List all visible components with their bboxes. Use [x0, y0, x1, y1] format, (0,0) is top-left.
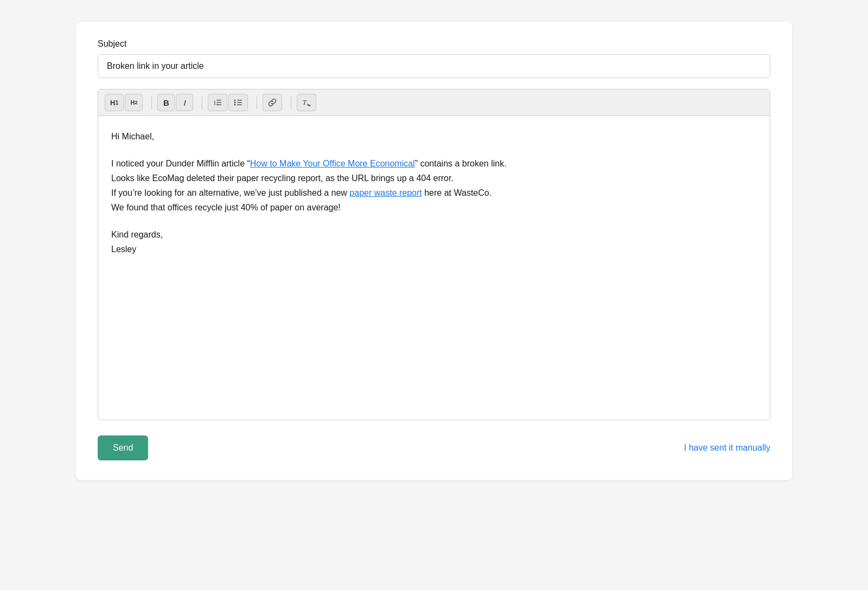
- svg-rect-8: [237, 102, 242, 103]
- subject-input[interactable]: [98, 54, 770, 78]
- italic-button[interactable]: I: [176, 94, 193, 111]
- paper-waste-report-link[interactable]: paper waste report: [349, 188, 422, 197]
- ordered-list-icon: 1.: [213, 98, 222, 107]
- svg-point-4: [234, 100, 236, 101]
- svg-rect-9: [237, 105, 242, 106]
- article-link[interactable]: How to Make Your Office More Economical: [250, 159, 415, 168]
- separator-1: [151, 96, 152, 109]
- editor-container: H1 H2 B I 1.: [98, 89, 770, 420]
- line3-before: If you’re looking for an alternative, we…: [111, 188, 349, 197]
- svg-point-6: [234, 104, 236, 106]
- format-group: B I: [157, 94, 193, 111]
- manual-send-link[interactable]: I have sent it manually: [684, 443, 770, 453]
- svg-rect-2: [216, 102, 221, 103]
- body-line4: We found that offices recycle just 40% o…: [111, 200, 757, 215]
- email-composer: Subject H1 H2 B I 1.: [76, 22, 792, 480]
- svg-point-5: [234, 102, 236, 104]
- link-group: [263, 94, 282, 111]
- editor-body[interactable]: Hi Michael, I noticed your Dunder Miffli…: [98, 116, 770, 420]
- body-line3: If you’re looking for an alternative, we…: [111, 185, 757, 200]
- separator-2: [202, 96, 202, 109]
- clear-group: T: [297, 94, 316, 111]
- h1-button[interactable]: H1: [105, 94, 124, 111]
- body-line1: I noticed your Dunder Mifflin article “H…: [111, 156, 757, 171]
- line3-after: here at WasteCo.: [422, 188, 492, 197]
- line1-after: ” contains a broken link.: [415, 159, 507, 168]
- h2-button[interactable]: H2: [125, 94, 143, 111]
- body-line2: Looks like EcoMag deleted their paper re…: [111, 171, 757, 185]
- toolbar: H1 H2 B I 1.: [98, 89, 770, 116]
- ordered-list-button[interactable]: 1.: [208, 94, 227, 111]
- greeting-line: Hi Michael,: [111, 129, 757, 144]
- signature-line: Lesley: [111, 242, 757, 256]
- clear-format-button[interactable]: T: [297, 94, 316, 111]
- separator-4: [291, 96, 291, 109]
- svg-rect-7: [237, 100, 242, 101]
- svg-text:T: T: [303, 99, 307, 106]
- heading-group: H1 H2: [105, 94, 143, 111]
- subject-label: Subject: [98, 39, 770, 49]
- link-button[interactable]: [263, 94, 282, 111]
- link-icon: [268, 98, 277, 107]
- svg-rect-3: [216, 105, 221, 106]
- send-button[interactable]: Send: [98, 435, 148, 460]
- unordered-list-button[interactable]: [228, 94, 248, 111]
- line1-before: I noticed your Dunder Mifflin article “: [111, 159, 250, 168]
- clear-format-icon: T: [302, 98, 311, 107]
- separator-3: [257, 96, 257, 109]
- list-group: 1.: [208, 94, 248, 111]
- footer-row: Send I have sent it manually: [98, 435, 770, 460]
- unordered-list-icon: [234, 98, 242, 107]
- bold-button[interactable]: B: [157, 94, 175, 111]
- sign-off-line: Kind regards,: [111, 227, 757, 242]
- svg-rect-1: [216, 100, 221, 101]
